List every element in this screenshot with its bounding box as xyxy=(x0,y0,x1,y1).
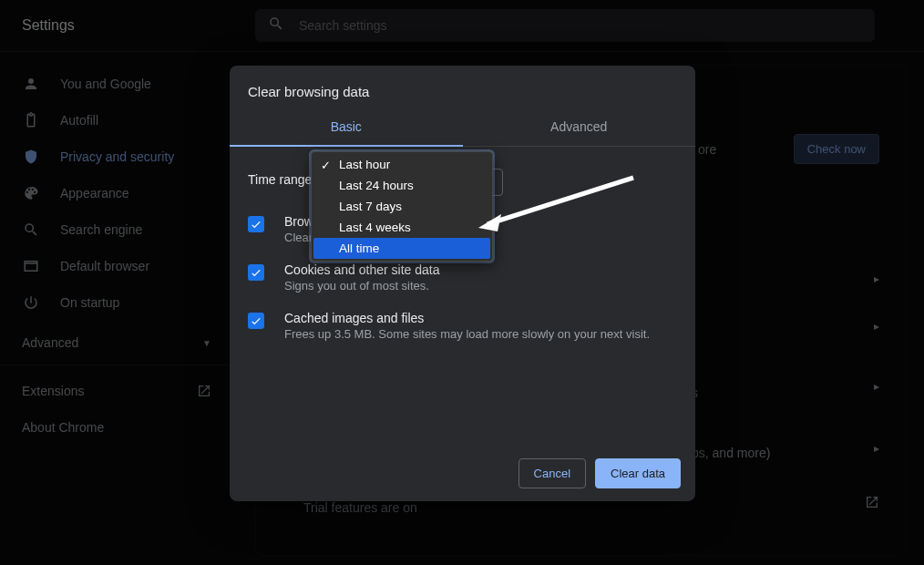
search-icon xyxy=(268,15,284,36)
tab-advanced[interactable]: Advanced xyxy=(463,110,696,147)
sidebar-item-label: You and Google xyxy=(60,77,151,91)
sidebar-item-label: Search engine xyxy=(60,222,142,237)
clear-data-button[interactable]: Clear data xyxy=(595,458,681,488)
dialog-tabs: Basic Advanced xyxy=(230,110,695,147)
sidebar-item-about[interactable]: About Chrome xyxy=(0,409,233,446)
sidebar-item-on-startup[interactable]: On startup xyxy=(0,284,233,321)
svg-line-0 xyxy=(488,178,633,224)
sidebar-item-appearance[interactable]: Appearance xyxy=(0,175,233,211)
person-icon xyxy=(22,76,40,92)
check-now-button[interactable]: Check now xyxy=(794,134,879,164)
sidebar-item-label: Extensions xyxy=(22,384,84,398)
search-icon xyxy=(22,221,40,238)
sidebar-item-search-engine[interactable]: Search engine xyxy=(0,211,233,248)
dropdown-option-label: Last hour xyxy=(339,158,390,171)
check-icon: ✓ xyxy=(321,159,331,172)
sidebar-item-label: Autofill xyxy=(60,113,98,128)
item-title: Cached images and files xyxy=(284,311,650,325)
dropdown-option-label: Last 24 hours xyxy=(339,179,414,192)
sidebar-item-label: Privacy and security xyxy=(60,149,174,164)
open-in-new-icon xyxy=(197,384,211,398)
power-icon xyxy=(22,294,40,311)
dialog-title: Clear browsing data xyxy=(230,66,695,110)
sidebar: You and Google Autofill Privacy and secu… xyxy=(0,51,233,460)
sidebar-item-label: On startup xyxy=(60,295,119,310)
dropdown-option-last-4-weeks[interactable]: Last 4 weeks xyxy=(313,217,490,238)
sidebar-item-privacy[interactable]: Privacy and security xyxy=(0,139,233,175)
dropdown-option-label: All time xyxy=(339,241,379,255)
sidebar-item-default-browser[interactable]: Default browser xyxy=(0,248,233,284)
topbar: Settings xyxy=(0,0,924,51)
shield-icon xyxy=(22,149,40,165)
svg-marker-1 xyxy=(478,214,501,231)
sidebar-item-label: Appearance xyxy=(60,186,129,200)
annotation-arrow xyxy=(474,173,638,241)
content-text: ps, and more) xyxy=(692,446,770,460)
sidebar-item-label: Default browser xyxy=(60,259,149,273)
checkbox-browsing-history[interactable] xyxy=(248,216,264,232)
checkbox-cookies[interactable] xyxy=(248,264,264,281)
sidebar-item-extensions[interactable]: Extensions xyxy=(0,373,233,409)
search-box[interactable] xyxy=(255,9,875,42)
chevron-down-icon: ▼ xyxy=(202,338,211,348)
search-input[interactable] xyxy=(299,18,862,33)
dropdown-option-last-7-days[interactable]: Last 7 days xyxy=(313,196,490,217)
palette-icon xyxy=(22,185,40,201)
sidebar-item-label: About Chrome xyxy=(22,420,104,435)
chevron-right-icon[interactable]: ▸ xyxy=(874,272,879,285)
dropdown-option-last-hour[interactable]: ✓ Last hour xyxy=(313,154,490,175)
chevron-right-icon[interactable]: ▸ xyxy=(874,380,879,393)
item-subtitle: Signs you out of most sites. xyxy=(284,279,439,293)
browser-icon xyxy=(22,258,40,274)
clear-browsing-data-dialog: Clear browsing data Basic Advanced Time … xyxy=(230,66,695,501)
sidebar-advanced-toggle[interactable]: Advanced ▼ xyxy=(0,321,233,357)
dropdown-option-all-time[interactable]: All time xyxy=(313,238,490,259)
content-text: Trial features are on xyxy=(303,500,417,515)
chevron-right-icon[interactable]: ▸ xyxy=(874,442,879,455)
dropdown-option-label: Last 4 weeks xyxy=(339,221,411,234)
sidebar-item-you-and-google[interactable]: You and Google xyxy=(0,66,233,102)
divider xyxy=(0,365,233,365)
chevron-right-icon[interactable]: ▸ xyxy=(874,320,879,333)
sidebar-item-autofill[interactable]: Autofill xyxy=(0,102,233,139)
open-in-new-icon[interactable] xyxy=(865,495,879,512)
checkbox-cached[interactable] xyxy=(248,313,264,329)
tab-basic[interactable]: Basic xyxy=(230,110,463,147)
dropdown-option-last-24-hours[interactable]: Last 24 hours xyxy=(313,175,490,196)
dropdown-option-label: Last 7 days xyxy=(339,200,402,213)
page-title: Settings xyxy=(22,17,75,34)
item-title: Cookies and other site data xyxy=(284,262,439,277)
cancel-button[interactable]: Cancel xyxy=(518,458,586,488)
sidebar-advanced-label: Advanced xyxy=(22,335,78,350)
time-range-dropdown[interactable]: ✓ Last hour Last 24 hours Last 7 days La… xyxy=(311,151,493,262)
item-subtitle: Frees up 3.5 MB. Some sites may load mor… xyxy=(284,327,650,341)
clipboard-icon xyxy=(22,112,40,128)
time-range-label: Time range xyxy=(248,169,312,187)
content-more-text: ore xyxy=(698,142,716,157)
